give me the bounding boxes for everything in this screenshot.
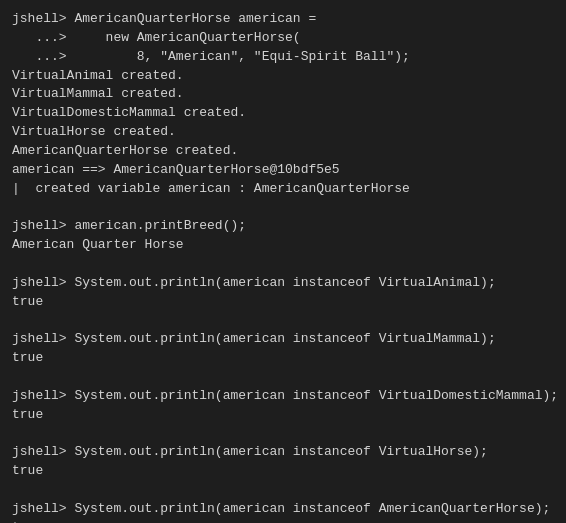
terminal-line: | created variable american : AmericanQu… xyxy=(12,180,554,199)
terminal-line: VirtualAnimal created. xyxy=(12,67,554,86)
terminal-line: true xyxy=(12,406,554,425)
terminal-line: american ==> AmericanQuarterHorse@10bdf5… xyxy=(12,161,554,180)
terminal: jshell> AmericanQuarterHorse american = … xyxy=(12,10,554,523)
blank-line xyxy=(12,312,554,331)
terminal-line: VirtualMammal created. xyxy=(12,85,554,104)
terminal-line: true xyxy=(12,349,554,368)
blank-line xyxy=(12,368,554,387)
terminal-line: VirtualDomesticMammal created. xyxy=(12,104,554,123)
terminal-line: true xyxy=(12,519,554,523)
terminal-line: ...> 8, "American", "Equi-Spirit Ball"); xyxy=(12,48,554,67)
blank-line xyxy=(12,255,554,274)
blank-line xyxy=(12,481,554,500)
terminal-line: jshell> american.printBreed(); xyxy=(12,217,554,236)
terminal-line: jshell> System.out.println(american inst… xyxy=(12,443,554,462)
terminal-line: jshell> AmericanQuarterHorse american = xyxy=(12,10,554,29)
terminal-line: true xyxy=(12,462,554,481)
blank-line xyxy=(12,198,554,217)
terminal-line: AmericanQuarterHorse created. xyxy=(12,142,554,161)
blank-line xyxy=(12,425,554,444)
terminal-line: jshell> System.out.println(american inst… xyxy=(12,500,554,519)
terminal-line: VirtualHorse created. xyxy=(12,123,554,142)
terminal-line: jshell> System.out.println(american inst… xyxy=(12,387,554,406)
terminal-line: ...> new AmericanQuarterHorse( xyxy=(12,29,554,48)
terminal-line: American Quarter Horse xyxy=(12,236,554,255)
terminal-line: jshell> System.out.println(american inst… xyxy=(12,274,554,293)
terminal-line: jshell> System.out.println(american inst… xyxy=(12,330,554,349)
terminal-line: true xyxy=(12,293,554,312)
